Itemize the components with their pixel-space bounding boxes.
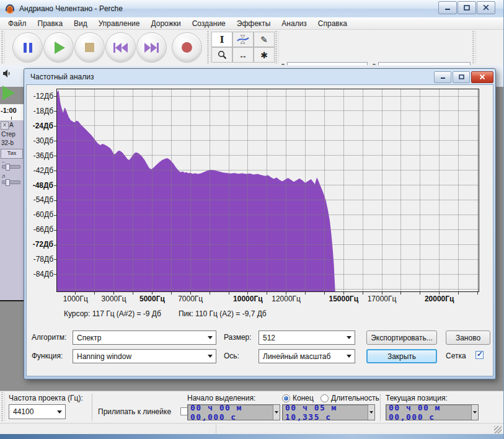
track-pan-slider[interactable] (2, 180, 20, 184)
cursor-info-line: Курсор: 117 Гц (A#2) = -9 ДбПик: 110 Гц … (64, 309, 284, 318)
dialog-close-button[interactable] (471, 71, 493, 83)
separator (380, 394, 381, 421)
dialog-maximize-button[interactable] (453, 71, 470, 83)
separator (216, 425, 216, 433)
skip-start-button[interactable] (105, 32, 136, 63)
menu-4[interactable]: Дорожки (146, 18, 187, 29)
y-tick-label: -30Дб (27, 136, 56, 145)
selection-start-field[interactable]: 00 ч 00 м 00,000 с (187, 404, 280, 420)
y-tick-label: -24Дб (27, 122, 56, 130)
x-tick-label: 20000Гц (418, 295, 461, 303)
pause-button[interactable] (12, 32, 43, 63)
x-tick-label: 10000Гц (226, 295, 270, 303)
meter-end-grip[interactable] (472, 31, 476, 63)
position-label: Текущая позиция: (386, 394, 448, 402)
skip-start-icon (113, 43, 128, 53)
window-minimize-button[interactable] (438, 1, 457, 14)
window-title: Андриано Челентано - Perche (19, 4, 123, 13)
resize-grip[interactable] (494, 426, 502, 433)
selection-tool-button[interactable]: I (211, 32, 232, 47)
timeshift-tool-button[interactable]: ↔ (232, 47, 254, 63)
ruler-tick (11, 117, 12, 120)
selbar-grip[interactable] (1, 392, 5, 421)
ibeam-icon: I (219, 34, 224, 45)
menu-2[interactable]: Вид (68, 18, 93, 29)
track-info-stereo: Стер (1, 131, 15, 138)
window-close-button[interactable] (477, 1, 495, 14)
zoom-tool-button[interactable] (211, 47, 232, 63)
position-value: 00 ч 00 м 00,000 с (389, 403, 471, 422)
menu-8[interactable]: Справка (312, 18, 353, 29)
menu-6[interactable]: Эффекты (231, 18, 276, 29)
tools-grip[interactable] (207, 31, 211, 63)
menu-bar: ФайлПравкаВидУправлениеДорожкиСозданиеЭф… (0, 17, 504, 30)
window-bottom-frame (0, 434, 504, 439)
minimize-icon (444, 5, 451, 11)
axis-value: Линейный масштаб (263, 352, 330, 361)
size-label: Размер: (224, 333, 252, 342)
menu-5[interactable]: Создание (187, 18, 231, 29)
selection-end-field[interactable]: 00 ч 05 м 10,335 с (282, 404, 375, 420)
selection-start-value: 00 ч 00 м 00,000 с (190, 403, 273, 422)
spectrum-area (56, 91, 335, 291)
size-combo[interactable]: 512 (259, 330, 355, 345)
play-button[interactable] (43, 32, 74, 63)
multi-tool-button[interactable]: ✱ (254, 47, 275, 63)
dialog-titlebar[interactable]: Частотный анализ (26, 69, 493, 84)
record-icon (182, 42, 192, 53)
chevron-down-icon (368, 405, 374, 420)
position-field[interactable]: 00 ч 00 м 00,000 с (386, 404, 479, 420)
function-combo[interactable]: Hanning window (73, 349, 216, 363)
menu-1[interactable]: Правка (32, 18, 69, 29)
ruler-time-label: -1:00 (1, 107, 17, 114)
transcription-play-icon[interactable] (2, 86, 15, 100)
algorithm-combo[interactable]: Спектр (73, 330, 216, 345)
track-close-button[interactable]: X (1, 122, 9, 130)
envelope-icon (237, 35, 249, 44)
window-maximize-button[interactable] (458, 1, 476, 14)
multitool-icon: ✱ (260, 50, 268, 60)
redo-button[interactable]: Заново (446, 330, 490, 345)
meter-grip[interactable] (275, 31, 279, 63)
y-tick-label: -36Дб (27, 151, 56, 160)
project-rate-combo[interactable]: 44100 (9, 404, 66, 419)
audacity-logo-icon (4, 3, 15, 14)
axis-combo[interactable]: Линейный масштаб (259, 349, 355, 363)
y-tick-label: -78Дб (27, 255, 56, 264)
menu-7[interactable]: Анализ (276, 18, 312, 29)
timeline-ruler[interactable]: -1:00 (0, 104, 24, 121)
end-radio-label: Конец (293, 394, 314, 402)
grid-checkbox[interactable] (475, 351, 484, 359)
menu-0[interactable]: Файл (2, 18, 32, 29)
skip-end-button[interactable] (136, 32, 167, 63)
length-radio[interactable] (321, 394, 329, 402)
end-radio[interactable] (282, 394, 290, 402)
selection-start-label: Начало выделения: (187, 394, 255, 402)
close-button[interactable]: Закрыть (366, 349, 437, 363)
menu-3[interactable]: Управление (93, 18, 146, 29)
chevron-down-icon (343, 331, 355, 344)
minimize-icon (440, 74, 446, 79)
spectrum-plot[interactable] (56, 89, 480, 296)
stop-icon (85, 43, 94, 52)
toolbar-grip[interactable] (1, 31, 5, 63)
snap-label: Прилипать к линейке (98, 407, 171, 416)
selection-end-value: 00 ч 05 м 10,335 с (285, 403, 368, 422)
export-button[interactable]: Экспортировать... (366, 330, 437, 345)
envelope-tool-button[interactable] (232, 32, 254, 47)
magnifier-icon (218, 50, 227, 60)
track-mute-button[interactable]: Тих (1, 149, 23, 159)
draw-tool-button[interactable]: ✎ (254, 32, 275, 47)
chevron-down-icon (343, 350, 355, 363)
record-button[interactable] (172, 32, 202, 63)
track-name: А (9, 122, 14, 128)
x-axis-labels: 1000Гц3000Гц5000Гц7000Гц10000Гц12000Гц15… (56, 295, 480, 306)
stop-button[interactable] (74, 32, 105, 63)
track-gain-slider[interactable] (2, 165, 20, 169)
spectrum-svg (56, 89, 480, 296)
selection-toolbar: Частота проекта (Гц): 44100 Прилипать к … (0, 391, 504, 423)
y-tick-label: -54Дб (27, 195, 56, 204)
play-icon (55, 42, 65, 54)
dialog-minimize-button[interactable] (434, 71, 451, 83)
project-rate-label: Частота проекта (Гц): (9, 394, 83, 402)
